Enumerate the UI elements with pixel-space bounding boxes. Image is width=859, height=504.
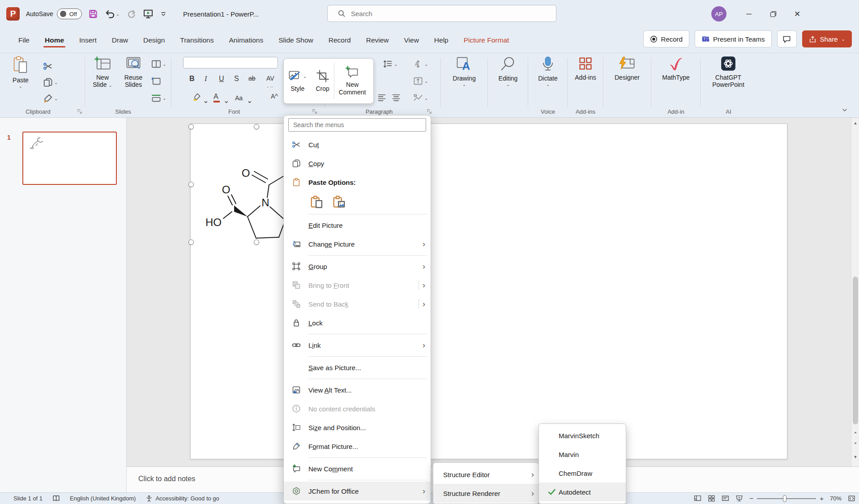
selection-handle-middle-left[interactable] (188, 182, 194, 187)
zoom-level[interactable]: 70% (830, 495, 842, 502)
menu-item-format-picture[interactable]: Format Picture... (284, 437, 431, 456)
paragraph-dialog-launcher[interactable] (427, 109, 432, 114)
format-painter-button[interactable]: ⌄ (43, 94, 58, 103)
start-slideshow-button[interactable] (143, 9, 154, 19)
tab-slide-show[interactable]: Slide Show (272, 32, 320, 48)
menu-item-jchem-for-office[interactable]: JChem for Office› (284, 482, 431, 500)
spell-check-button[interactable] (52, 495, 60, 502)
fit-to-window-button[interactable] (848, 495, 855, 502)
selection-handle-top-left[interactable] (188, 124, 194, 129)
style-dropdown-icon[interactable]: ⌄ (303, 74, 307, 79)
close-button[interactable]: ✕ (787, 5, 807, 23)
scroll-up-icon[interactable]: ▲ (851, 119, 859, 128)
autosave-toggle[interactable]: Off (57, 9, 82, 19)
previous-slide-button[interactable]: ⏶ (851, 428, 859, 437)
submenu-item-marvinsketch[interactable]: MarvinSketch (539, 426, 626, 445)
slideshow-view-button[interactable] (735, 495, 743, 502)
tab-design[interactable]: Design (137, 32, 171, 48)
text-highlight-button[interactable] (193, 93, 201, 101)
style-button[interactable]: ⌄ Style (284, 59, 311, 103)
layout-button[interactable]: ⌄ (151, 60, 166, 68)
addins-button[interactable]: Add-ins (570, 56, 601, 81)
submenu-item-marvin[interactable]: Marvin (539, 445, 626, 464)
zoom-slider-knob[interactable] (783, 495, 786, 502)
underline-button[interactable]: U (219, 75, 224, 83)
menu-search-input[interactable] (288, 118, 426, 132)
tab-view[interactable]: View (397, 32, 426, 48)
tab-record[interactable]: Record (322, 32, 358, 48)
bold-button[interactable]: B (189, 75, 195, 83)
present-in-teams-button[interactable]: T Present in Teams (695, 30, 772, 47)
tab-animations[interactable]: Animations (222, 32, 270, 48)
vertical-scrollbar[interactable]: ▲ ⏶ ⏷ ▼ (851, 118, 859, 466)
customize-qat-button[interactable] (160, 10, 167, 17)
menu-item-paste-options[interactable]: Paste Options: (284, 173, 431, 192)
tab-draw[interactable]: Draw (105, 32, 135, 48)
font-dialog-launcher[interactable] (312, 109, 317, 114)
share-dropdown-icon[interactable]: ⌄ (842, 37, 845, 42)
tab-picture-format[interactable]: Picture Format (457, 32, 516, 48)
avatar[interactable]: AP (711, 6, 727, 21)
scroll-down-icon[interactable]: ▼ (851, 453, 859, 461)
save-button[interactable] (88, 9, 98, 19)
align-text-button[interactable]: ⌄ (413, 77, 428, 85)
notes-placeholder[interactable]: Click to add notes (138, 475, 195, 483)
selection-handle-bottom-left[interactable] (188, 239, 194, 245)
zoom-in-button[interactable]: + (820, 495, 824, 502)
tab-file[interactable]: File (12, 32, 36, 48)
menu-item-change-picture[interactable]: Change Picture› (284, 235, 431, 253)
tab-insert[interactable]: Insert (73, 32, 103, 48)
comments-button[interactable] (777, 30, 797, 47)
menu-item-copy[interactable]: Copy (284, 154, 431, 173)
italic-button[interactable]: I (205, 75, 207, 83)
font-color-button[interactable]: A (214, 93, 220, 103)
menu-item-size-and-position[interactable]: Size and Position... (284, 418, 431, 437)
search-input[interactable] (351, 10, 521, 17)
cut-button[interactable] (43, 61, 53, 71)
menu-item-cut[interactable]: Cut (284, 135, 431, 154)
share-button[interactable]: Share ⌄ (802, 30, 852, 47)
minimize-button[interactable] (739, 5, 759, 23)
tab-review[interactable]: Review (359, 32, 396, 48)
submenu-item-structure-editor[interactable]: Structure Editor› (433, 465, 538, 484)
new-slide-button[interactable]: New Slide ⌄ (89, 56, 116, 88)
next-slide-button[interactable]: ⏷ (851, 439, 859, 448)
collapse-ribbon-button[interactable] (841, 107, 848, 114)
paste-keep-source-button[interactable] (308, 194, 325, 210)
change-case-dropdown-icon[interactable]: ⌄ (247, 96, 252, 105)
tab-help[interactable]: Help (427, 32, 455, 48)
submenu-item-autodetect[interactable]: Autodetect (539, 483, 626, 501)
slide-thumbnail[interactable]: HO O (22, 132, 117, 185)
tab-home[interactable]: Home (38, 32, 71, 48)
selection-handle-bottom-middle[interactable] (254, 239, 259, 245)
align-center-button[interactable] (392, 94, 401, 102)
normal-view-button[interactable] (694, 495, 701, 502)
reuse-slides-button[interactable]: Reuse Slides (119, 56, 148, 88)
accessibility-indicator[interactable]: Accessibility: Good to go (145, 495, 219, 502)
menu-item-new-comment[interactable]: New Comment (284, 459, 431, 478)
crop-button[interactable]: Crop (311, 59, 333, 103)
menu-item-group[interactable]: Group› (284, 257, 431, 276)
menu-item-lock[interactable]: Lock (284, 313, 431, 332)
clipboard-dialog-launcher[interactable] (77, 109, 82, 114)
text-direction-button[interactable]: A⌄ (413, 60, 428, 68)
text-highlight-dropdown-icon[interactable]: ⌄ (203, 96, 209, 105)
selection-handle-top-middle[interactable] (254, 124, 259, 129)
drawing-button[interactable]: A Drawing⌄ (446, 56, 482, 87)
menu-search[interactable] (288, 118, 426, 132)
line-spacing-button[interactable]: ⌄ (383, 60, 397, 68)
mathtype-button[interactable]: MathType (656, 56, 696, 81)
dictate-button[interactable]: Dictate⌄ (532, 56, 564, 87)
copy-button[interactable]: ⌄ (43, 77, 58, 87)
new-comment-button[interactable]: NewComment (334, 59, 371, 103)
slide-indicator[interactable]: Slide 1 of 1 (13, 495, 43, 502)
reading-view-button[interactable] (722, 495, 729, 502)
character-spacing-button[interactable]: AV←→ (266, 75, 274, 89)
change-case-button[interactable]: Aa (235, 94, 243, 102)
redo-button[interactable] (126, 9, 137, 19)
menu-item-edit-picture[interactable]: Edit Picture (284, 216, 431, 235)
paste-as-picture-button[interactable] (331, 194, 347, 210)
slide-workspace[interactable]: O O HO N ▲ ⏶ ⏷ ▼ (127, 118, 859, 466)
undo-button[interactable]: ⌄ (104, 9, 120, 19)
language-indicator[interactable]: English (United Kingdom) (70, 495, 136, 502)
